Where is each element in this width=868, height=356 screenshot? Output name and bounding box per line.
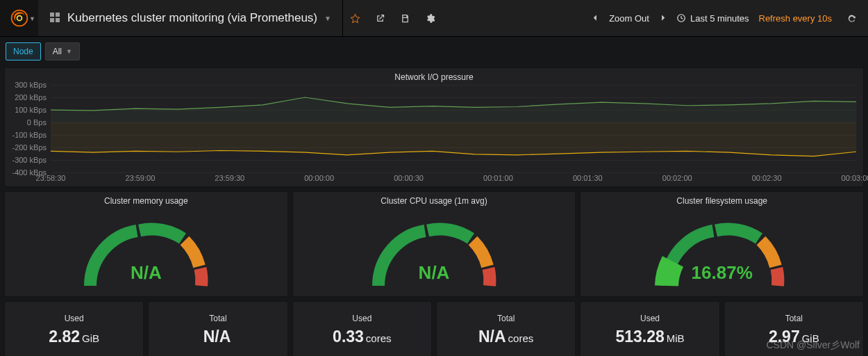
dashboard-title: Kubernetes cluster monitoring (via Prome… bbox=[67, 11, 317, 25]
var-label-node[interactable]: Node bbox=[6, 42, 41, 60]
dashboard-picker[interactable]: Kubernetes cluster monitoring (via Prome… bbox=[38, 0, 343, 36]
save-icon bbox=[400, 13, 410, 24]
stat-value: 513.28MiB bbox=[615, 327, 684, 346]
settings-button[interactable] bbox=[418, 0, 443, 36]
panel-gauge-memory[interactable]: Cluster memory usage N/A bbox=[4, 191, 288, 297]
chevron-down-icon: ▼ bbox=[66, 48, 72, 55]
panel-stat-mem-total[interactable]: Total N/A bbox=[148, 301, 287, 356]
gauge: 16.87% bbox=[581, 207, 863, 289]
grafana-icon bbox=[10, 8, 29, 28]
stat-label: Used bbox=[65, 314, 84, 323]
svg-rect-4 bbox=[50, 18, 54, 22]
dashboard-icon bbox=[49, 12, 60, 25]
gauge: N/A bbox=[5, 207, 287, 289]
panel-network-io[interactable]: Network I/O pressure 300 kBps200 kBps100… bbox=[4, 67, 864, 187]
share-button[interactable] bbox=[368, 0, 393, 36]
grafana-logo[interactable]: ▼ bbox=[0, 0, 38, 36]
svg-rect-2 bbox=[50, 13, 54, 17]
stat-value: 2.97GiB bbox=[769, 327, 819, 346]
stat-value: 2.82GiB bbox=[49, 327, 99, 346]
panel-stat-cpu-used[interactable]: Used 0.33cores bbox=[292, 301, 432, 356]
time-back-button[interactable] bbox=[592, 13, 599, 24]
stat-value: N/Acores bbox=[478, 327, 533, 346]
refresh-button[interactable] bbox=[842, 0, 861, 36]
svg-rect-5 bbox=[56, 18, 60, 22]
panel-gauge-filesystem[interactable]: Cluster filesystem usage 16.87% bbox=[580, 191, 864, 297]
gauge-value: 16.87% bbox=[581, 262, 863, 284]
zoom-out-button[interactable]: Zoom Out bbox=[609, 13, 649, 24]
stat-value: 0.33cores bbox=[333, 327, 391, 346]
panel-stat-fs-total[interactable]: Total 2.97GiB bbox=[724, 301, 864, 356]
time-forward-button[interactable] bbox=[659, 13, 667, 24]
gear-icon bbox=[425, 13, 435, 24]
svg-rect-3 bbox=[56, 13, 60, 17]
star-button[interactable] bbox=[343, 0, 368, 36]
panel-stat-mem-used[interactable]: Used 2.82GiB bbox=[4, 301, 144, 356]
chevron-down-icon: ▼ bbox=[29, 15, 35, 22]
dashboard-actions bbox=[343, 0, 443, 36]
top-navbar: ▼ Kubernetes cluster monitoring (via Pro… bbox=[0, 0, 868, 37]
stat-value: N/A bbox=[203, 327, 233, 346]
panel-stat-fs-used[interactable]: Used 513.28MiB bbox=[580, 301, 719, 356]
panel-title: Cluster filesystem usage bbox=[581, 192, 863, 207]
dashboard-grid: Network I/O pressure 300 kBps200 kBps100… bbox=[0, 67, 868, 356]
gauge-value: N/A bbox=[293, 262, 576, 284]
gauge: N/A bbox=[293, 207, 576, 289]
chart-xaxis: 23:58:3023:59:0023:59:3000:00:0000:00:30… bbox=[51, 174, 856, 185]
save-button[interactable] bbox=[393, 0, 418, 36]
refresh-interval-button[interactable]: Refresh every 10s bbox=[759, 13, 833, 24]
stat-label: Total bbox=[497, 314, 515, 323]
var-value-node[interactable]: All▼ bbox=[45, 42, 80, 60]
time-picker: Zoom Out Last 5 minutes Refresh every 10… bbox=[592, 0, 868, 36]
panel-title: Network I/O pressure bbox=[5, 68, 863, 83]
gauge-value: N/A bbox=[5, 262, 287, 284]
chart-yaxis: 300 kBps200 kBps100 kBps0 Bps-100 kBps-2… bbox=[5, 85, 49, 172]
stat-label: Total bbox=[785, 314, 803, 323]
svg-point-1 bbox=[17, 16, 22, 21]
refresh-icon bbox=[846, 13, 857, 24]
stat-label: Used bbox=[640, 314, 660, 323]
panel-title: Cluster memory usage bbox=[5, 192, 287, 207]
templating-row: Node All▼ bbox=[0, 37, 868, 63]
clock-icon bbox=[676, 13, 686, 23]
chevron-down-icon: ▼ bbox=[324, 15, 331, 22]
panel-gauge-cpu[interactable]: Cluster CPU usage (1m avg) N/A bbox=[292, 191, 576, 297]
panel-stat-cpu-total[interactable]: Total N/Acores bbox=[436, 301, 576, 356]
star-icon bbox=[350, 13, 360, 24]
stat-label: Total bbox=[209, 314, 226, 323]
panel-title: Cluster CPU usage (1m avg) bbox=[293, 192, 576, 207]
time-range-button[interactable]: Last 5 minutes bbox=[676, 13, 749, 24]
chevron-left-icon bbox=[592, 14, 599, 22]
chevron-right-icon bbox=[659, 14, 667, 22]
stat-label: Used bbox=[352, 314, 372, 323]
chart-area bbox=[51, 85, 856, 172]
share-icon bbox=[375, 13, 385, 24]
